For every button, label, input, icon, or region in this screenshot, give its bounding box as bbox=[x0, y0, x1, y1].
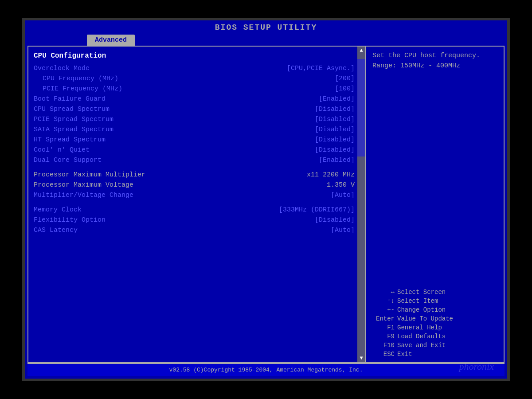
spacer2 bbox=[34, 200, 355, 205]
spacer1 bbox=[34, 165, 355, 170]
label-boot-failure-guard: Boot Failure Guard bbox=[34, 95, 106, 103]
row-sata-spread-spectrum[interactable]: SATA Spread Spectrum [Disabled] bbox=[34, 125, 355, 135]
row-proc-max-volt: Processor Maximum Voltage 1.350 V bbox=[34, 180, 355, 190]
left-panel: CPU Configuration Overclock Mode [CPU,PC… bbox=[28, 47, 366, 362]
value-dual-core-support: [Enabled] bbox=[319, 156, 355, 164]
help-text: Set the CPU host frequency. Range: 150MH… bbox=[372, 51, 497, 71]
row-boot-failure-guard[interactable]: Boot Failure Guard [Enabled] bbox=[34, 94, 355, 104]
right-panel: Set the CPU host frequency. Range: 150MH… bbox=[366, 47, 504, 362]
value-cpu-spread-spectrum: [Disabled] bbox=[315, 106, 355, 113]
label-cpu-frequency: CPU Frequency (MHz) bbox=[34, 75, 118, 82]
row-pcie-spread-spectrum[interactable]: PCIE Spread Spectrum [Disabled] bbox=[34, 114, 355, 125]
label-cool-n-quiet: Cool' n' Quiet bbox=[34, 146, 90, 154]
value-cas-latency: [Auto] bbox=[331, 227, 355, 234]
value-ht-spread-spectrum: [Disabled] bbox=[315, 136, 355, 144]
row-cool-n-quiet[interactable]: Cool' n' Quiet [Disabled] bbox=[34, 145, 355, 155]
key-symbol-change-option: +- bbox=[372, 306, 395, 313]
menu-bar: Advanced bbox=[25, 34, 507, 46]
key-desc-select-item: Select Item bbox=[397, 297, 438, 305]
scroll-up-arrow[interactable]: ▲ bbox=[357, 47, 365, 55]
row-cpu-spread-spectrum[interactable]: CPU Spread Spectrum [Disabled] bbox=[34, 104, 355, 114]
key-desc-exit: Exit bbox=[397, 351, 412, 358]
key-row-general-help: F1 General Help bbox=[372, 324, 497, 331]
key-desc-save-exit: Save and Exit bbox=[397, 342, 446, 349]
value-cpu-frequency: [200] bbox=[335, 75, 355, 82]
row-cas-latency[interactable]: CAS Latency [Auto] bbox=[34, 225, 355, 235]
label-memory-clock: Memory Clock bbox=[34, 206, 82, 214]
key-help: ↔ Select Screen ↑↓ Select Item +- Change… bbox=[372, 289, 497, 358]
scrollbar-thumb[interactable] bbox=[357, 59, 365, 156]
key-row-save-exit: F10 Save and Exit bbox=[372, 342, 497, 349]
row-ht-spread-spectrum[interactable]: HT Spread Spectrum [Disabled] bbox=[34, 135, 355, 145]
label-ht-spread-spectrum: HT Spread Spectrum bbox=[34, 136, 106, 144]
config-table: Overclock Mode [CPU,PCIE Async.] CPU Fre… bbox=[28, 63, 365, 362]
label-proc-max-mult: Processor Maximum Multiplier bbox=[34, 171, 145, 179]
row-flexibility-option[interactable]: Flexibility Option [Disabled] bbox=[34, 215, 355, 225]
bios-title: BIOS SETUP UTILITY bbox=[25, 20, 507, 34]
label-sata-spread-spectrum: SATA Spread Spectrum bbox=[34, 126, 113, 133]
key-symbol-general-help: F1 bbox=[372, 324, 395, 331]
value-proc-max-mult: x11 2200 MHz bbox=[307, 171, 355, 179]
row-proc-max-mult: Processor Maximum Multiplier x11 2200 MH… bbox=[34, 170, 355, 180]
key-symbol-select-screen: ↔ bbox=[372, 289, 395, 296]
panel-title: CPU Configuration bbox=[28, 50, 365, 63]
label-flexibility-option: Flexibility Option bbox=[34, 216, 106, 224]
label-cpu-spread-spectrum: CPU Spread Spectrum bbox=[34, 106, 110, 113]
scroll-down-arrow[interactable]: ▼ bbox=[357, 354, 365, 362]
scrollbar[interactable]: ▲ ▼ bbox=[357, 47, 365, 362]
label-dual-core-support: Dual Core Support bbox=[34, 156, 102, 164]
label-proc-max-volt: Processor Maximum Voltage bbox=[34, 181, 133, 189]
label-pcie-frequency: PCIE Frequency (MHz) bbox=[34, 85, 122, 93]
key-row-load-defaults: F9 Load Defaults bbox=[372, 333, 497, 340]
row-cpu-frequency[interactable]: CPU Frequency (MHz) [200] bbox=[34, 74, 355, 84]
key-row-select-screen: ↔ Select Screen bbox=[372, 289, 497, 296]
key-symbol-save-exit: F10 bbox=[372, 342, 395, 349]
value-memory-clock: [333MHz (DDRII667)] bbox=[279, 206, 355, 214]
row-memory-clock[interactable]: Memory Clock [333MHz (DDRII667)] bbox=[34, 205, 355, 215]
row-pcie-frequency[interactable]: PCIE Frequency (MHz) [100] bbox=[34, 84, 355, 94]
label-cas-latency: CAS Latency bbox=[34, 227, 78, 234]
label-mult-volt-change: Multiplier/Voltage Change bbox=[34, 192, 133, 199]
key-symbol-load-defaults: F9 bbox=[372, 333, 395, 340]
row-mult-volt-change[interactable]: Multiplier/Voltage Change [Auto] bbox=[34, 190, 355, 200]
key-row-select-item: ↑↓ Select Item bbox=[372, 297, 497, 305]
value-boot-failure-guard: [Enabled] bbox=[319, 95, 355, 103]
label-pcie-spread-spectrum: PCIE Spread Spectrum bbox=[34, 116, 113, 123]
row-dual-core-support[interactable]: Dual Core Support [Enabled] bbox=[34, 155, 355, 165]
value-pcie-spread-spectrum: [Disabled] bbox=[315, 116, 355, 123]
row-overclock-mode[interactable]: Overclock Mode [CPU,PCIE Async.] bbox=[34, 63, 355, 74]
value-overclock-mode: [CPU,PCIE Async.] bbox=[287, 65, 355, 72]
key-desc-general-help: General Help bbox=[397, 324, 442, 331]
key-desc-change-option: Change Option bbox=[397, 306, 446, 313]
footer: v02.58 (C)Copyright 1985-2004, American … bbox=[27, 363, 505, 376]
key-row-value-update: Enter Value To Update bbox=[372, 315, 497, 322]
value-flexibility-option: [Disabled] bbox=[315, 216, 355, 224]
main-area: CPU Configuration Overclock Mode [CPU,PC… bbox=[27, 46, 505, 363]
value-cool-n-quiet: [Disabled] bbox=[315, 146, 355, 154]
value-sata-spread-spectrum: [Disabled] bbox=[315, 126, 355, 133]
key-symbol-value-update: Enter bbox=[372, 315, 395, 322]
key-symbol-select-item: ↑↓ bbox=[372, 297, 395, 305]
value-pcie-frequency: [100] bbox=[335, 85, 355, 93]
key-symbol-exit: ESC bbox=[372, 351, 395, 358]
key-desc-value-update: Value To Update bbox=[397, 315, 453, 322]
key-desc-load-defaults: Load Defaults bbox=[397, 333, 446, 340]
key-row-exit: ESC Exit bbox=[372, 351, 497, 358]
label-overclock-mode: Overclock Mode bbox=[34, 65, 90, 72]
value-mult-volt-change: [Auto] bbox=[331, 192, 355, 199]
advanced-tab[interactable]: Advanced bbox=[87, 35, 135, 46]
value-proc-max-volt: 1.350 V bbox=[327, 181, 355, 189]
key-desc-select-screen: Select Screen bbox=[397, 289, 446, 296]
key-row-change-option: +- Change Option bbox=[372, 306, 497, 313]
